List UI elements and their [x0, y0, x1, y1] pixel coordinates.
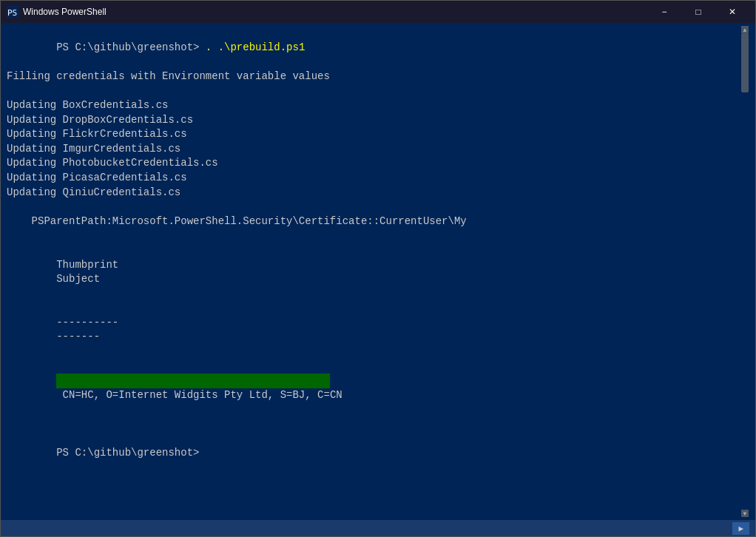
status-bar-right: ▶	[732, 522, 749, 535]
output-line-2: Updating BoxCredentials.cs	[7, 98, 740, 113]
scroll-right-button[interactable]: ▶	[732, 522, 749, 535]
empty-line-4	[7, 417, 740, 432]
subject-value: CN=HC, O=Internet Widgits Pty Ltd, S=BJ,…	[56, 388, 342, 403]
window-controls: − □ ✕	[647, 1, 749, 23]
scrollbar[interactable]: ▲ ▼	[740, 26, 749, 517]
output-line-1: Filling credentials with Environment var…	[7, 70, 740, 84]
output-line-6: Updating PhotobucketCredentials.cs	[7, 156, 740, 171]
app-icon: PS	[7, 6, 18, 18]
subject-header: Subject	[56, 272, 100, 287]
prompt-text-1: PS C:\github\greenshot>	[56, 41, 206, 53]
prompt-text-2: PS C:\github\greenshot>	[56, 447, 206, 459]
table-data-row: CN=HC, O=Internet Widgits Pty Ltd, S=BJ,…	[7, 359, 740, 417]
terminal-body[interactable]: PS C:\github\greenshot> . .\prebuild.ps1…	[1, 23, 755, 520]
empty-line-2	[7, 200, 740, 215]
empty-line-5	[7, 475, 740, 490]
output-line-9: PSParentPath:Microsoft.PowerShell.Securi…	[7, 215, 740, 229]
prompt-line-1: PS C:\github\greenshot> . .\prebuild.ps1	[7, 26, 740, 70]
minimize-button[interactable]: −	[647, 1, 681, 23]
thumbprint-separator: ----------	[56, 316, 330, 331]
powershell-window: PS Windows PowerShell − □ ✕ PS C:\github…	[0, 0, 756, 537]
output-line-7: Updating PicasaCredentials.cs	[7, 171, 740, 186]
maximize-button[interactable]: □	[681, 1, 715, 23]
table-header: Thumbprint Subject	[7, 243, 740, 301]
terminal-content: PS C:\github\greenshot> . .\prebuild.ps1…	[7, 26, 740, 517]
window-title: Windows PowerShell	[23, 7, 647, 17]
empty-line-3	[7, 229, 740, 243]
thumbprint-header: Thumbprint	[56, 258, 330, 273]
prompt-line-2: PS C:\github\greenshot>	[7, 432, 740, 476]
scroll-down-arrow[interactable]: ▼	[741, 510, 749, 517]
output-line-5: Updating ImgurCredentials.cs	[7, 142, 740, 157]
table-separator: ---------- -------	[7, 301, 740, 359]
scroll-up-arrow[interactable]: ▲	[741, 26, 749, 33]
output-line-8: Updating QiniuCredentials.cs	[7, 186, 740, 200]
title-bar: PS Windows PowerShell − □ ✕	[1, 1, 755, 23]
close-button[interactable]: ✕	[715, 1, 749, 23]
output-line-4: Updating FlickrCredentials.cs	[7, 127, 740, 142]
subject-separator: -------	[56, 330, 100, 345]
command-text-1: . .\prebuild.ps1	[206, 41, 305, 53]
empty-line-7	[7, 504, 740, 517]
scrollbar-thumb[interactable]	[741, 33, 749, 92]
empty-line-1	[7, 84, 740, 98]
status-bar: ▶	[1, 520, 755, 536]
output-line-3: Updating DropBoxCredentials.cs	[7, 113, 740, 128]
svg-text:PS: PS	[7, 8, 17, 18]
thumbprint-value	[56, 374, 330, 388]
empty-line-6	[7, 490, 740, 504]
